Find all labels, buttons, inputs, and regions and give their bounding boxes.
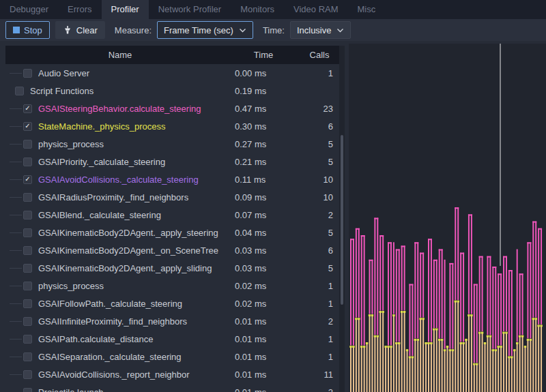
function-calls: 1	[292, 281, 339, 291]
table-header: Name Time Calls	[5, 46, 339, 64]
row-checkbox[interactable]	[23, 228, 32, 237]
row-checkbox[interactable]	[23, 317, 32, 326]
table-row[interactable]: Projectile.launch0.01 ms2	[5, 383, 339, 392]
function-calls: 6	[292, 245, 339, 256]
chevron-down-icon	[239, 28, 246, 33]
row-checkbox[interactable]	[23, 388, 32, 392]
table-row[interactable]: GSAIPath.calculate_distance0.01 ms1	[5, 330, 339, 348]
clear-brush-icon	[63, 25, 72, 35]
tree-guide-line	[10, 339, 22, 340]
row-checkbox[interactable]	[23, 299, 32, 308]
tree-guide-line	[10, 268, 22, 269]
table-row[interactable]: ✓GSAIAvoidCollisions._calculate_steering…	[5, 170, 339, 188]
row-checkbox[interactable]	[23, 193, 32, 202]
function-time: 0.11 ms	[235, 175, 292, 185]
tree-guide-line	[10, 286, 22, 286]
function-calls: 1	[292, 352, 339, 362]
table-row[interactable]: GSAIBlend._calculate_steering0.07 ms2	[5, 206, 339, 224]
table-row[interactable]: GSAIInfiniteProximity._find_neighbors0.0…	[5, 312, 339, 330]
table-row[interactable]: ✓GSAISteeringBehavior.calculate_steering…	[5, 100, 339, 117]
tab-monitors[interactable]: Monitors	[231, 0, 284, 19]
table-row[interactable]: ✓StateMachine._physics_process0.30 ms6	[5, 117, 339, 135]
table-row[interactable]: GSAIKinematicBody2DAgent._on_SceneTree0.…	[5, 241, 339, 259]
table-row[interactable]: Audio Server0.00 ms1	[5, 64, 339, 82]
function-calls: 5	[292, 139, 339, 149]
tab-misc[interactable]: Misc	[348, 0, 386, 19]
row-checkbox[interactable]	[15, 87, 24, 95]
function-calls: 2	[292, 316, 339, 327]
function-time: 0.03 ms	[235, 245, 292, 256]
row-checkbox[interactable]	[23, 352, 32, 361]
function-calls: 1	[292, 299, 339, 309]
function-time: 0.21 ms	[235, 157, 292, 167]
row-checkbox[interactable]	[23, 246, 32, 255]
stop-icon	[13, 27, 20, 33]
measure-dropdown-value: Frame Time (sec)	[164, 25, 233, 35]
table-row[interactable]: GSAIKinematicBody2DAgent._apply_sliding0…	[5, 259, 339, 277]
tree-guide-line	[10, 73, 22, 74]
table-scrollbar[interactable]	[339, 46, 345, 392]
tab-profiler[interactable]: Profiler	[102, 0, 149, 19]
tree-guide-line	[10, 197, 22, 198]
function-calls: 23	[292, 104, 339, 114]
function-time: 0.47 ms	[235, 104, 292, 114]
row-checkbox[interactable]	[23, 140, 32, 149]
function-calls: 1	[292, 68, 339, 78]
clear-button[interactable]: Clear	[55, 21, 105, 39]
table-row[interactable]: physics_process0.02 ms1	[5, 277, 339, 295]
row-checkbox-checked[interactable]: ✓	[23, 175, 32, 184]
function-time: 0.02 ms	[235, 281, 292, 291]
table-row[interactable]: GSAIAvoidCollisions._report_neighbor0.01…	[5, 365, 339, 383]
tree-guide-line	[10, 126, 22, 127]
tree-guide-line	[10, 179, 22, 180]
table-row[interactable]: GSAIKinematicBody2DAgent._apply_steering…	[5, 224, 339, 241]
scrollbar-handle[interactable]	[341, 135, 343, 305]
function-calls: 6	[292, 121, 339, 132]
function-time: 0.04 ms	[235, 228, 292, 238]
functions-table: Name Time Calls Audio Server0.00 ms1Scri…	[5, 46, 339, 392]
row-checkbox[interactable]	[23, 69, 32, 78]
tree-guide-line	[10, 250, 22, 251]
function-time: 0.01 ms	[235, 334, 292, 344]
tab-video-ram[interactable]: Video RAM	[284, 0, 348, 19]
table-row[interactable]: physics_process0.27 ms5	[5, 135, 339, 153]
function-calls: 1	[292, 334, 339, 344]
tab-debugger[interactable]: Debugger	[0, 0, 58, 19]
table-row[interactable]: GSAIPriority._calculate_steering0.21 ms5	[5, 153, 339, 170]
row-checkbox[interactable]	[23, 157, 32, 166]
tab-errors[interactable]: Errors	[58, 0, 101, 19]
function-calls: 5	[292, 157, 339, 167]
row-checkbox[interactable]	[23, 211, 32, 220]
function-time: 0.01 ms	[235, 370, 292, 380]
table-row[interactable]: GSAIFollowPath._calculate_steering0.02 m…	[5, 295, 339, 312]
row-checkbox[interactable]	[23, 282, 32, 290]
tree-guide-line	[10, 374, 22, 375]
row-checkbox-checked[interactable]: ✓	[23, 104, 32, 113]
row-checkbox-checked[interactable]: ✓	[23, 122, 32, 131]
function-time: 0.01 ms	[235, 387, 292, 392]
row-checkbox[interactable]	[23, 264, 32, 273]
frame-graph[interactable]	[349, 44, 546, 392]
measure-dropdown[interactable]: Frame Time (sec)	[157, 21, 253, 39]
table-row[interactable]: Script Functions0.19 ms	[5, 82, 339, 100]
tree-guide-line	[10, 321, 22, 322]
tab-network-profiler[interactable]: Network Profiler	[149, 0, 231, 19]
function-calls: 11	[292, 370, 339, 380]
stop-button[interactable]: Stop	[5, 21, 50, 39]
time-dropdown-value: Inclusive	[297, 25, 332, 35]
time-dropdown[interactable]: Inclusive	[290, 21, 351, 39]
tree-guide-line	[10, 162, 22, 162]
function-calls: 2	[292, 387, 339, 392]
table-rows: Audio Server0.00 ms1Script Functions0.19…	[5, 64, 339, 392]
function-time: 0.01 ms	[235, 352, 292, 362]
stop-button-label: Stop	[24, 25, 42, 35]
profiler-content: Name Time Calls Audio Server0.00 ms1Scri…	[0, 41, 546, 392]
table-row[interactable]: GSAIRadiusProximity._find_neighbors0.09 …	[5, 188, 339, 206]
function-time: 0.19 ms	[235, 86, 292, 96]
row-checkbox[interactable]	[23, 335, 32, 344]
table-row[interactable]: GSAISeparation._calculate_steering0.01 m…	[5, 348, 339, 365]
measure-label: Measure:	[115, 25, 152, 35]
column-header-name: Name	[5, 46, 235, 64]
function-calls: 2	[292, 210, 339, 220]
row-checkbox[interactable]	[23, 370, 32, 379]
